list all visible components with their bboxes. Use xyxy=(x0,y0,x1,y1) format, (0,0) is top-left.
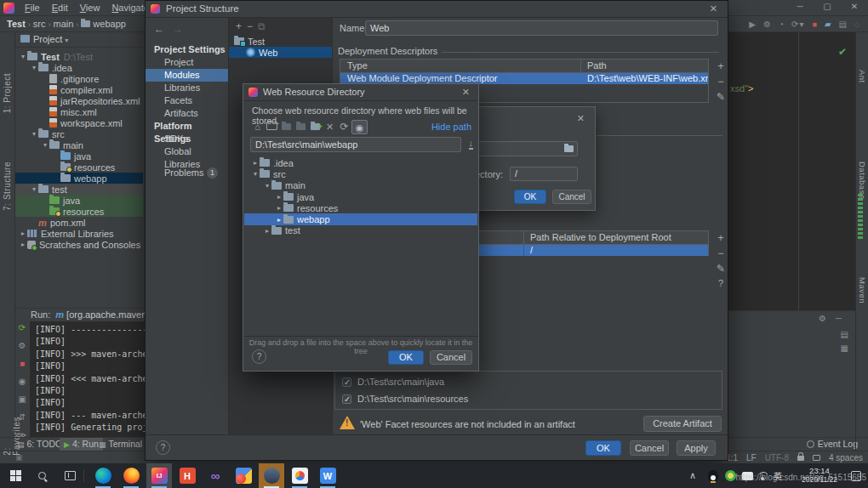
idea[interactable]: IJ xyxy=(146,463,172,488)
hidden-icons-chevron[interactable]: ∧ xyxy=(684,463,701,488)
toolwindow-tab-maven[interactable]: Maven xyxy=(858,277,867,304)
expand-arrow-icon[interactable] xyxy=(275,204,283,212)
copy-icon[interactable]: ⧉ xyxy=(258,20,271,32)
firefox[interactable] xyxy=(118,463,144,488)
project-tree-row[interactable]: External Libraries xyxy=(15,228,143,239)
module-tree-row[interactable]: Test xyxy=(229,36,332,47)
project-tree-row[interactable]: pom.xml xyxy=(15,217,143,228)
run-tab-label[interactable]: [org.apache.maven.plugins: xyxy=(66,309,145,320)
cancel-button[interactable]: Cancel xyxy=(630,440,669,456)
project-tree-row[interactable]: compiler.xml xyxy=(15,84,143,95)
directory-tree-row[interactable]: test xyxy=(244,225,477,236)
panel-icon[interactable]: ▦ xyxy=(841,343,848,353)
column-header-path[interactable]: Path xyxy=(587,60,607,72)
project-tree-row[interactable]: jarRepositories.xml xyxy=(15,95,143,106)
run-tool-icon[interactable] xyxy=(15,394,29,412)
nav-item[interactable]: Artifacts xyxy=(146,107,228,120)
menu-item[interactable]: View xyxy=(74,0,106,15)
toolbar-icon[interactable] xyxy=(854,20,859,29)
project-tree-row[interactable]: .idea xyxy=(15,62,143,73)
ok-button[interactable]: OK xyxy=(585,440,621,456)
relative-path-input[interactable]: / xyxy=(510,167,578,181)
editor-area[interactable]: xsd"> ✔ ⚙ ─ ▤ ▦ xyxy=(728,32,855,437)
breadcrumb-item[interactable]: webapp xyxy=(93,19,126,29)
breadcrumb-item[interactable]: src xyxy=(33,19,46,29)
toolbar-icon[interactable] xyxy=(839,20,847,29)
wps[interactable]: W xyxy=(315,463,340,488)
toolbar-icon[interactable] xyxy=(763,20,771,29)
status-hint-icon[interactable]: ▣ xyxy=(15,453,23,462)
menu-item[interactable]: File xyxy=(19,0,46,15)
forward-icon[interactable]: → xyxy=(173,23,183,35)
close-icon[interactable]: ✕ xyxy=(841,0,868,14)
screen-reader-icon[interactable] xyxy=(813,455,820,461)
expand-arrow-icon[interactable] xyxy=(30,64,38,71)
path-input[interactable]: D:\Test\src\main\webapp xyxy=(250,137,461,152)
edit-icon[interactable]: ✎ xyxy=(714,91,728,106)
project-tree-row[interactable]: webapp xyxy=(15,173,143,184)
project-tree-row[interactable]: .gitignore xyxy=(15,73,143,84)
project-tree-row[interactable]: src xyxy=(15,128,143,139)
column-header-type[interactable]: Type xyxy=(347,60,368,72)
nav-item[interactable]: Global Libraries xyxy=(146,145,228,158)
add-icon[interactable]: + xyxy=(714,232,728,247)
column-header-relative-path[interactable]: Path Relative to Deployment Root xyxy=(530,231,671,244)
expand-arrow-icon[interactable] xyxy=(19,53,27,60)
add-icon[interactable]: + xyxy=(236,20,247,32)
toolbar-icon[interactable] xyxy=(825,20,831,29)
gear-icon[interactable]: ⚙ xyxy=(819,314,826,323)
chooser-tool-icon[interactable] xyxy=(265,120,279,134)
project-tree-row[interactable]: TestD:\Test xyxy=(15,51,143,62)
project-tree-row[interactable]: misc.xml xyxy=(15,106,143,117)
indent-size[interactable]: 4 spaces xyxy=(829,453,863,462)
todo-tab[interactable]: ▤6: TODO xyxy=(17,438,62,451)
help-button[interactable]: ? xyxy=(252,349,266,364)
directory-tree-row[interactable]: webapp xyxy=(244,213,477,224)
help-button[interactable]: ? xyxy=(156,440,170,455)
remove-icon[interactable]: − xyxy=(247,20,258,32)
remove-icon[interactable]: − xyxy=(714,76,728,91)
chooser-tool-icon[interactable] xyxy=(279,120,294,134)
breadcrumb-item[interactable]: Test xyxy=(7,19,26,29)
nav-item-problems[interactable]: Problems1 xyxy=(146,167,228,179)
task-view-button[interactable] xyxy=(58,463,82,488)
project-tree-row[interactable]: java xyxy=(15,195,143,206)
line-separator[interactable]: LF xyxy=(746,453,757,462)
close-icon[interactable]: ✕ xyxy=(710,1,717,17)
run-tool-icon[interactable] xyxy=(15,341,29,359)
toolbar-icon[interactable] xyxy=(791,20,804,29)
chooser-tool-icon[interactable] xyxy=(323,120,337,134)
maximize-icon[interactable]: ▢ xyxy=(814,0,841,14)
file-encoding[interactable]: UTF-8 xyxy=(765,453,789,462)
breadcrumb-item[interactable]: main xyxy=(53,19,73,29)
toolwindow-tab-structure[interactable]: 7: Structure xyxy=(3,162,12,211)
project-tree-row[interactable]: workspace.xml xyxy=(15,117,143,128)
expand-arrow-icon[interactable] xyxy=(19,241,27,248)
menu-item[interactable]: Edit xyxy=(46,0,74,15)
directory-tree-row[interactable]: resources xyxy=(244,202,477,213)
apply-button[interactable]: Apply xyxy=(677,440,716,456)
cancel-button[interactable]: Cancel xyxy=(552,190,591,204)
directory-tree-row[interactable]: .idea xyxy=(244,157,477,168)
toolbar-icon[interactable] xyxy=(749,20,756,29)
chooser-tool-icon[interactable] xyxy=(337,120,351,134)
taskbar-search-button[interactable] xyxy=(31,463,54,488)
lock-icon[interactable] xyxy=(797,456,804,461)
run-tool-icon[interactable] xyxy=(15,412,29,430)
chooser-tool-icon[interactable] xyxy=(308,120,323,134)
chooser-tool-icon[interactable] xyxy=(351,120,368,134)
run-tool-icon[interactable] xyxy=(15,359,29,377)
toolbar-icon[interactable] xyxy=(779,20,784,29)
terminal-tab[interactable]: ▦Terminal xyxy=(99,438,142,451)
expand-arrow-icon[interactable] xyxy=(30,130,38,138)
hide-path-link[interactable]: Hide path xyxy=(431,122,471,132)
project-tree-row[interactable]: java xyxy=(15,150,143,162)
create-artifact-button[interactable]: Create Artifact xyxy=(643,416,722,432)
project-tree-row[interactable]: resources xyxy=(15,206,143,217)
toolwindow-tab-ant[interactable]: Ant xyxy=(858,70,867,83)
expand-arrow-icon[interactable] xyxy=(41,141,49,149)
expand-arrow-icon[interactable] xyxy=(275,193,283,201)
project-tree-row[interactable]: main xyxy=(15,139,143,150)
expand-arrow-icon[interactable] xyxy=(251,159,260,167)
nav-item[interactable]: Modules xyxy=(146,69,228,82)
